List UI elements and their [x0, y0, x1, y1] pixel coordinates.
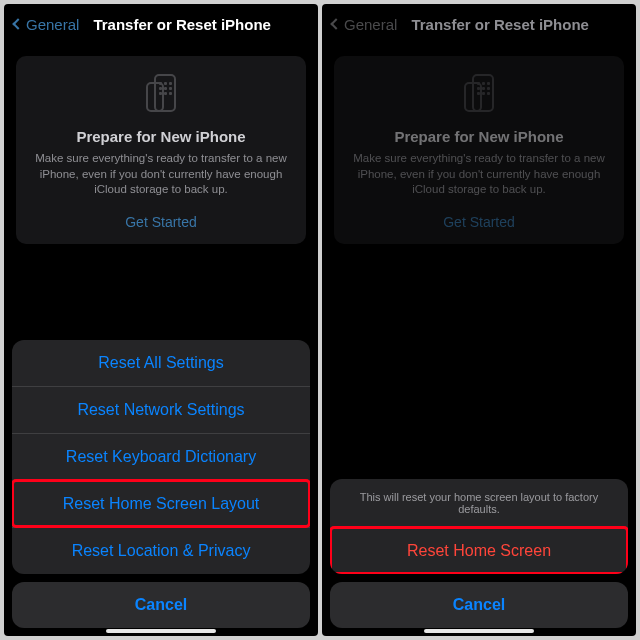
prepare-desc: Make sure everything's ready to transfer…: [352, 151, 606, 198]
reset-home-screen-layout[interactable]: Reset Home Screen Layout: [12, 480, 310, 527]
nav-title: Transfer or Reset iPhone: [411, 16, 589, 33]
back-label: General: [344, 16, 397, 33]
reset-home-screen-confirm[interactable]: Reset Home Screen: [330, 527, 628, 574]
two-phones-icon: [146, 74, 176, 112]
reset-all-settings[interactable]: Reset All Settings: [12, 340, 310, 386]
confirm-message: This will reset your home screen layout …: [330, 479, 628, 527]
get-started-link[interactable]: Get Started: [348, 214, 610, 230]
back-button[interactable]: General: [12, 16, 79, 33]
prepare-title: Prepare for New iPhone: [348, 128, 610, 145]
chevron-left-icon: [330, 18, 341, 29]
reset-options-group: Reset All Settings Reset Network Setting…: [12, 340, 310, 574]
prepare-card: Prepare for New iPhone Make sure everyth…: [334, 56, 624, 244]
phone-left: General Transfer or Reset iPhone Prepare…: [4, 4, 318, 636]
prepare-title: Prepare for New iPhone: [30, 128, 292, 145]
reset-action-sheet: Reset All Settings Reset Network Setting…: [12, 340, 310, 628]
prepare-desc: Make sure everything's ready to transfer…: [34, 151, 288, 198]
phone-right: General Transfer or Reset iPhone Prepare…: [322, 4, 636, 636]
home-indicator[interactable]: [424, 629, 534, 633]
nav-bar: General Transfer or Reset iPhone: [4, 4, 318, 44]
back-label: General: [26, 16, 79, 33]
home-indicator[interactable]: [106, 629, 216, 633]
prepare-card: Prepare for New iPhone Make sure everyth…: [16, 56, 306, 244]
chevron-left-icon: [12, 18, 23, 29]
get-started-link[interactable]: Get Started: [30, 214, 292, 230]
cancel-button[interactable]: Cancel: [12, 582, 310, 628]
nav-bar: General Transfer or Reset iPhone: [322, 4, 636, 44]
reset-network-settings[interactable]: Reset Network Settings: [12, 386, 310, 433]
nav-title: Transfer or Reset iPhone: [93, 16, 271, 33]
back-button[interactable]: General: [330, 16, 397, 33]
reset-keyboard-dictionary[interactable]: Reset Keyboard Dictionary: [12, 433, 310, 480]
confirm-action-sheet: This will reset your home screen layout …: [330, 479, 628, 628]
comparison-stage: General Transfer or Reset iPhone Prepare…: [0, 0, 640, 640]
reset-location-privacy[interactable]: Reset Location & Privacy: [12, 527, 310, 574]
two-phones-icon: [464, 74, 494, 112]
confirm-group: This will reset your home screen layout …: [330, 479, 628, 574]
cancel-button[interactable]: Cancel: [330, 582, 628, 628]
